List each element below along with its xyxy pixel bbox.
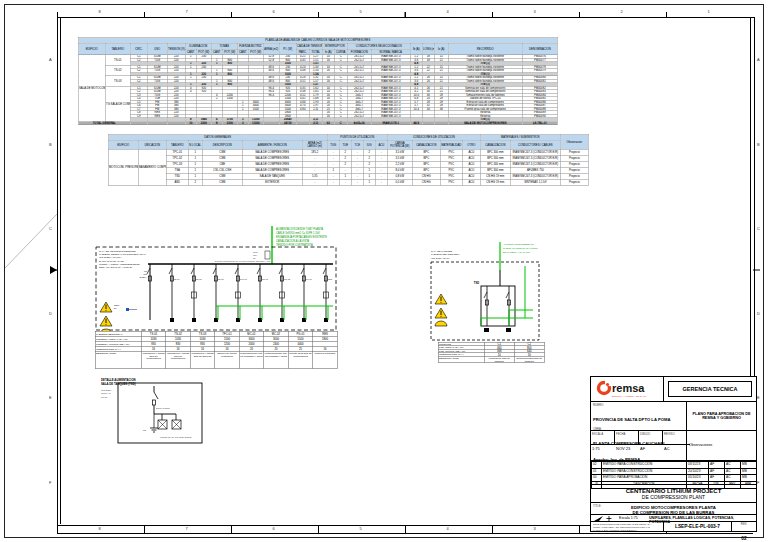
diagram-note: ZONA CLASIFICADA APTO Ex bbox=[99, 266, 133, 269]
column-header: UBICACION bbox=[138, 140, 166, 149]
column-header: CANALIZACION bbox=[412, 140, 440, 149]
revision-number-cell: REV. 02 bbox=[731, 521, 756, 531]
data-cell: 44,9 bbox=[410, 121, 422, 125]
load-device bbox=[170, 318, 174, 322]
table-row: TOTAL GENERAL10230085300311500247302,116… bbox=[78, 121, 557, 125]
logo-wordmark: remsa bbox=[612, 382, 645, 394]
grid-ref-right: B bbox=[757, 142, 760, 147]
load-device bbox=[506, 328, 511, 332]
bus-note: Barras conductoras de energia trifasica … bbox=[215, 260, 271, 262]
grid-tick bbox=[405, 525, 406, 533]
loads-table-region: DATOS GENERALESPUNTOS DE UTILIZACIONCOND… bbox=[108, 134, 588, 191]
column-header: AMBIENTE / FUNCION bbox=[242, 140, 302, 149]
column-header: Iz (A) bbox=[434, 43, 448, 55]
grid-tick bbox=[231, 12, 232, 17]
column-group-header: Observacion bbox=[560, 134, 588, 149]
disclaimer-cell: ESTE DOCUMENTO ES PROPIEDAD DE REMSA S.A… bbox=[591, 521, 663, 531]
breaker-switch bbox=[191, 268, 194, 274]
grid-ref-top: 7 bbox=[186, 9, 188, 14]
data-cell: 24730 bbox=[279, 121, 296, 125]
data-cell: 1 bbox=[363, 179, 375, 185]
column-header: CIRC. bbox=[130, 43, 147, 55]
data-cell: 10 bbox=[185, 121, 196, 125]
location-cell: RUBRO: PROVINCIA DE SALTA DPTO LA POMA O… bbox=[591, 401, 686, 430]
column-header: TENSION (V) bbox=[167, 43, 185, 55]
description-cell: Puente grua sala de compresores bbox=[288, 351, 313, 368]
loads-table: DATOS GENERALESPUNTOS DE UTILIZACIONCOND… bbox=[108, 134, 589, 186]
breaker-switch bbox=[279, 268, 282, 274]
breaker-body bbox=[153, 400, 156, 405]
dibujo-label: DIBUJO bbox=[640, 432, 661, 436]
incomer-label: ICG bbox=[143, 273, 147, 275]
column-header: TCE bbox=[351, 140, 363, 149]
feeder-note: TENDIDO POR CONTRATISTA bbox=[276, 243, 313, 247]
warning-note: ZONA bbox=[114, 304, 121, 306]
data-cell: EXTERIOR bbox=[242, 179, 302, 185]
detail-label: ICG 2x25A bbox=[101, 389, 112, 391]
fields-cell: ESCALA1:75 FECHANOV 23 DIBUJOAF REVISOAC… bbox=[591, 430, 686, 460]
column-header: RECORRIDO bbox=[448, 43, 522, 55]
column-header: AREA (m2) bbox=[263, 43, 279, 55]
breaker-switch bbox=[484, 292, 487, 298]
load-device bbox=[236, 318, 240, 322]
column-header: IUG bbox=[363, 140, 375, 149]
grid-tick bbox=[144, 525, 145, 533]
feeder-note: CABLE 3x95/50 mm2 Cu XLPE 1,1kV bbox=[276, 231, 320, 235]
pe-label: PE bbox=[143, 429, 146, 431]
panel-label: TSD bbox=[474, 281, 479, 285]
data-cell: 0,5 kW bbox=[387, 179, 412, 185]
data-cell: CSM bbox=[202, 179, 242, 185]
data-cell bbox=[422, 121, 434, 125]
panel-group-cell: TS-02 bbox=[105, 65, 130, 76]
main-diagram-table: TABLERO SECCIONALTS-01TS-02TS-03TFC-01MC… bbox=[95, 331, 338, 369]
logo-tagline: ENERGIA Y MINERIA DE SALTA bbox=[612, 395, 648, 398]
drawing-sheet: 87654321ABCDEFABCDEF 87654321 PLANILLA D… bbox=[0, 0, 768, 542]
data-cell: 3 bbox=[237, 121, 248, 125]
grid-ref-left: F bbox=[49, 480, 51, 485]
grid-tick bbox=[318, 12, 319, 17]
wire-label: 2x2,5+T mm2 bbox=[156, 407, 170, 410]
data-cell: 8 bbox=[211, 121, 222, 125]
column-header: P.I. (W) bbox=[279, 43, 296, 55]
column-header: Ib (A) bbox=[410, 43, 422, 55]
data-cell: Proyecto bbox=[560, 179, 588, 185]
data-cell: - bbox=[351, 179, 363, 185]
column-header: CARGA POTENCIA (W) bbox=[387, 140, 412, 149]
drawing-number-cell: LSEP-ELE-PL-003-7 bbox=[663, 521, 731, 531]
panel-outline bbox=[481, 286, 515, 326]
feeder-note: CANALIZACION A LA VISTA bbox=[276, 239, 309, 243]
feeder-note: ALIMENTACION DESDE TGBT PLANTA bbox=[276, 227, 323, 231]
panel-group-cell: TS-01 bbox=[105, 55, 130, 66]
data-cell bbox=[167, 121, 185, 125]
data-cell: 4x35+16 bbox=[347, 121, 371, 125]
rubro-value: PROVINCIA DE SALTA DPTO LA POMA bbox=[593, 417, 670, 422]
breaker-switch bbox=[154, 392, 158, 399]
incomer-label: 3x250A bbox=[140, 276, 148, 278]
meter-label: kWh bbox=[253, 251, 258, 253]
load-device bbox=[192, 318, 196, 322]
feeder-note: ALIMENTACION DESDE TG bbox=[503, 243, 534, 246]
column-header: TUE bbox=[339, 140, 351, 149]
grid-tick bbox=[144, 12, 145, 17]
warning-note: Ex bbox=[114, 307, 117, 309]
meter-label: ICP bbox=[253, 254, 257, 256]
grid-ref-bottom: 5 bbox=[360, 526, 362, 531]
project-cell: CENTENARIO LITHIUM PROJECT DE COMPRESSIO… bbox=[591, 484, 756, 502]
data-cell: ACU bbox=[462, 179, 480, 185]
building-cell: SALA DE MOTOCOMPRESORES (CSM) bbox=[78, 55, 105, 122]
column-header: OTRO bbox=[462, 140, 480, 149]
data-cell: 5300 bbox=[222, 121, 237, 125]
column-header: EDIFICIO bbox=[78, 43, 105, 55]
description-cell: Iluminacion y tomas sala de compresores bbox=[166, 351, 191, 368]
tanks-diagram-table-region: CIRCUITOC1C2POT. INSTALADA (W)460800POT.… bbox=[438, 342, 544, 361]
description-cell: Motocompresor MC-01 comando y senal bbox=[239, 351, 264, 368]
grid-tick bbox=[57, 12, 58, 17]
column-header: AREA (m2) LARGO (m) bbox=[302, 140, 327, 149]
panel-group-cell: TG SALA DE COMPRESORES bbox=[105, 86, 130, 121]
reviso-label: REVISO bbox=[664, 432, 685, 436]
data-cell bbox=[263, 121, 279, 125]
column-header: N LOCAL bbox=[188, 140, 202, 149]
diagram-note: TABLERO TSD 3x380/220V bbox=[431, 253, 460, 255]
column-header: TUG bbox=[327, 140, 339, 149]
grid-ref-bottom: 4 bbox=[447, 526, 449, 531]
